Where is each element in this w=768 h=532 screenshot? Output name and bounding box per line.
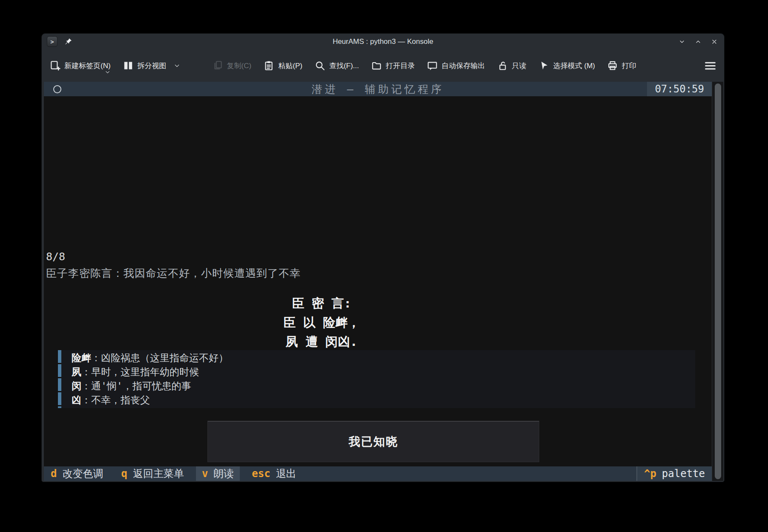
- progress-counter: 8/8: [46, 250, 65, 263]
- split-view-icon: [123, 60, 134, 71]
- annotation-term: 凶: [72, 394, 81, 405]
- toolbar-item-label: 打开目录: [386, 61, 415, 71]
- annotation-line: 夙：早时，这里指年幼的时候: [72, 365, 695, 379]
- hamburger-menu-icon[interactable]: [704, 60, 716, 72]
- new-tab-icon: [49, 60, 60, 71]
- footer-key-label: 朗读: [213, 467, 234, 480]
- toolbar-item-open-directory[interactable]: 打开目录: [371, 60, 415, 71]
- tui-clock: 07:50:59: [647, 82, 712, 96]
- verse-line: 臣 以 险衅，: [44, 313, 599, 332]
- terminal-screen: 潜进 – 辅助记忆程序 07:50:59 8/8 臣子李密陈言：我因命运不好，小…: [44, 82, 712, 481]
- toolbar-item-split-view[interactable]: 拆分视图: [123, 60, 181, 71]
- lock-icon: [497, 60, 508, 71]
- annotation-box: 险衅：凶险祸患（这里指命运不好） 夙：早时，这里指年幼的时候 闵：通'悯'，指可…: [58, 350, 695, 408]
- terminal-area: 潜进 – 辅助记忆程序 07:50:59 8/8 臣子李密陈言：我因命运不好，小…: [44, 82, 723, 481]
- toolbar-item-autosave-output[interactable]: 自动保存输出: [427, 60, 485, 71]
- chevron-down-icon: [104, 69, 111, 75]
- toolbar-item-label: 新建标签页(N): [64, 61, 111, 71]
- footer-key-label: 退出: [276, 467, 296, 480]
- folder-icon: [371, 60, 382, 71]
- search-icon: [314, 60, 325, 71]
- annotation-desc: ：凶险祸患（这里指命运不好）: [91, 352, 228, 363]
- annotation-desc: ：早时，这里指年幼的时候: [81, 366, 199, 377]
- verse-line: 臣 密 言:: [44, 294, 599, 313]
- minimize-button[interactable]: [677, 37, 687, 46]
- toolbar-item-label: 自动保存输出: [442, 61, 485, 71]
- scrollbar-thumb[interactable]: [715, 83, 721, 479]
- annotation-desc: ：通'悯'，指可忧患的事: [81, 380, 191, 391]
- tui-content: 8/8 臣子李密陈言：我因命运不好，小时候遭遇到了不幸 臣 密 言:臣 以 险衅…: [44, 96, 712, 466]
- cursor-icon: [538, 60, 549, 71]
- toolbar-item-label: 拆分视图: [138, 61, 167, 71]
- toolbar-item-label: 选择模式 (M): [553, 61, 595, 71]
- footer-key-letter: v: [202, 468, 208, 480]
- window-title: HeurAMS : python3 — Konsole: [42, 37, 724, 46]
- toolbar-item-label: 查找(F)...: [329, 61, 359, 71]
- window-controls: [677, 37, 719, 46]
- toolbar-item-label: 复制(C): [227, 61, 252, 71]
- annotation-term: 险衅: [72, 352, 91, 363]
- titlebar[interactable]: > HeurAMS : python3 — Konsole: [42, 34, 724, 49]
- printer-icon: [607, 60, 618, 71]
- translation-hint: 臣子李密陈言：我因命运不好，小时候遭遇到了不幸: [46, 266, 301, 280]
- toolbar-item-read-only[interactable]: 只读: [497, 60, 526, 71]
- output-icon: [427, 60, 438, 71]
- toolbar-item-copy[interactable]: 复制(C): [212, 60, 252, 71]
- footer-key-letter: d: [51, 468, 57, 480]
- annotation-line: 凶：不幸，指丧父: [72, 393, 695, 407]
- tui-footer-bar: d 改变色调 q 返回主菜单 v 朗读 esc 退出 ^p palette: [44, 466, 712, 481]
- toolbar-item-select-mode[interactable]: 选择模式 (M): [538, 60, 595, 71]
- palette-shortcut[interactable]: ^p palette: [636, 466, 712, 481]
- footer-key-q[interactable]: q 返回主菜单: [115, 466, 190, 481]
- copy-icon: [212, 60, 223, 71]
- chevron-down-icon: [173, 62, 181, 69]
- toolbar-item-label: 打印: [622, 61, 636, 71]
- toolbar-item-find[interactable]: 查找(F)...: [314, 60, 359, 71]
- annotation-term: 闵: [72, 380, 81, 391]
- footer-key-d[interactable]: d 改变色调: [45, 466, 109, 481]
- annotation-desc: ：不幸，指丧父: [81, 394, 150, 405]
- toolbar-item-print[interactable]: 打印: [607, 60, 636, 71]
- tui-header-bar: 潜进 – 辅助记忆程序 07:50:59: [44, 82, 712, 96]
- toolbar-item-label: 只读: [512, 61, 526, 71]
- toolbar-item-paste[interactable]: 粘贴(P): [263, 60, 302, 71]
- footer-key-letter: esc: [252, 468, 270, 480]
- konsole-window: > HeurAMS : python3 — Konsole 新建标签页(N) 拆…: [41, 33, 725, 482]
- annotation-line: 险衅：凶险祸患（这里指命运不好）: [72, 351, 695, 365]
- footer-key-letter: q: [121, 468, 127, 480]
- scrollbar-track[interactable]: [712, 82, 723, 481]
- annotation-term: 夙: [72, 366, 81, 377]
- footer-key-label: 改变色调: [62, 467, 103, 480]
- toolbar-item-label: 粘贴(P): [278, 61, 302, 71]
- verse-line: 夙 遭 闵凶.: [44, 332, 599, 351]
- maximize-button[interactable]: [693, 37, 703, 46]
- close-button[interactable]: [710, 37, 719, 46]
- paste-icon: [263, 60, 274, 71]
- acknowledge-button[interactable]: 我已知晓: [207, 421, 539, 462]
- annotation-line: 闵：通'悯'，指可忧患的事: [72, 379, 695, 393]
- footer-key-v[interactable]: v 朗读: [196, 466, 240, 481]
- footer-key-esc[interactable]: esc 退出: [246, 466, 302, 481]
- palette-label: palette: [662, 468, 705, 480]
- verse-block: 臣 密 言:臣 以 险衅，夙 遭 闵凶.: [44, 294, 599, 351]
- palette-key: ^p: [644, 468, 656, 480]
- toolbar-item-new-tab[interactable]: 新建标签页(N): [49, 60, 111, 71]
- tui-title: 潜进 – 辅助记忆程序: [44, 82, 712, 96]
- main-toolbar: 新建标签页(N) 拆分视图 复制(C) 粘贴(P) 查找(F)... 打开目录 …: [42, 49, 724, 82]
- footer-key-label: 返回主菜单: [133, 467, 184, 480]
